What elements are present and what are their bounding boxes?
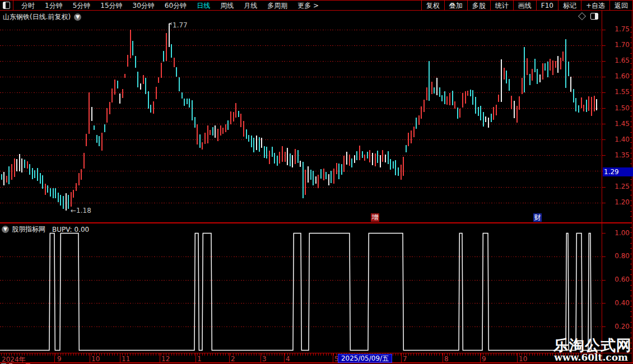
- indicator-axis-label: 0.40: [604, 299, 630, 307]
- titlebar: 山东钢铁(日线.前复权) ▼: [3, 12, 81, 22]
- x-axis-label: 4: [286, 355, 290, 363]
- indicator-value: 0.00: [75, 226, 90, 234]
- chart-title: 山东钢铁(日线.前复权): [3, 12, 71, 22]
- x-axis-label: 9: [482, 355, 486, 363]
- main-axis-label: 1.35: [604, 151, 630, 159]
- x-axis-label: 11: [122, 355, 130, 363]
- trading-terminal: 分时1分钟5分钟15分钟30分钟60分钟日线周线月线多周期更多 > 复权叠加多股…: [0, 0, 633, 364]
- x-axis-label: 3: [262, 355, 267, 363]
- indicator-axis-label: 0.80: [604, 252, 630, 260]
- selected-date-badge: 2025/05/09/五: [338, 354, 392, 363]
- event-marker[interactable]: 增: [371, 213, 379, 222]
- x-axis-label: 10: [91, 355, 100, 363]
- diamond-icon[interactable]: [578, 12, 586, 20]
- x-axis-label: 7: [403, 355, 407, 363]
- chart-canvas[interactable]: [0, 0, 633, 364]
- indicator-axis-label: 0.60: [604, 276, 630, 283]
- main-axis-label: 1.25: [604, 183, 630, 190]
- main-axis-label: 1.70: [604, 41, 630, 49]
- event-marker[interactable]: 财: [533, 213, 542, 222]
- watermark-url: www.60lt.com: [554, 352, 628, 363]
- main-axis-label: 1.60: [604, 72, 630, 80]
- main-axis-label: 1.20: [604, 198, 630, 206]
- corner-icons: [579, 13, 598, 20]
- main-axis-label: 1.45: [604, 120, 630, 128]
- x-axis-label: 2: [231, 355, 235, 363]
- price-badge: 1.29: [603, 167, 633, 176]
- panel-layout-icon[interactable]: [590, 13, 598, 20]
- indicator-source: 股朋指标网: [12, 225, 45, 234]
- x-axis-label: 10: [519, 355, 527, 363]
- indicator-axis-label: 1.00: [604, 229, 630, 237]
- indicator-axis-label: 0.20: [604, 323, 630, 330]
- indicator-header: ▼ 股朋指标网 BUPV: 0.00: [2, 225, 89, 234]
- main-axis-label: 1.75: [604, 25, 630, 33]
- main-axis-label: 1.65: [604, 57, 630, 64]
- x-axis-label: 1: [197, 355, 202, 363]
- x-axis-label: 9: [57, 355, 62, 363]
- main-axis-label: 1.55: [604, 88, 630, 96]
- chevron-down-icon[interactable]: ▼: [2, 226, 9, 233]
- chevron-down-icon[interactable]: ▼: [74, 13, 81, 21]
- indicator-name-label: BUPV:: [52, 226, 72, 234]
- x-axis-label: 12: [161, 355, 170, 363]
- main-axis-label: 1.40: [604, 136, 630, 143]
- low-annotation: ←1.18: [71, 207, 91, 214]
- x-axis-label: 2024年: [2, 355, 26, 364]
- main-axis-label: 1.50: [604, 104, 630, 112]
- high-annotation: 1.77: [173, 21, 188, 29]
- x-axis-label: 8: [444, 355, 449, 363]
